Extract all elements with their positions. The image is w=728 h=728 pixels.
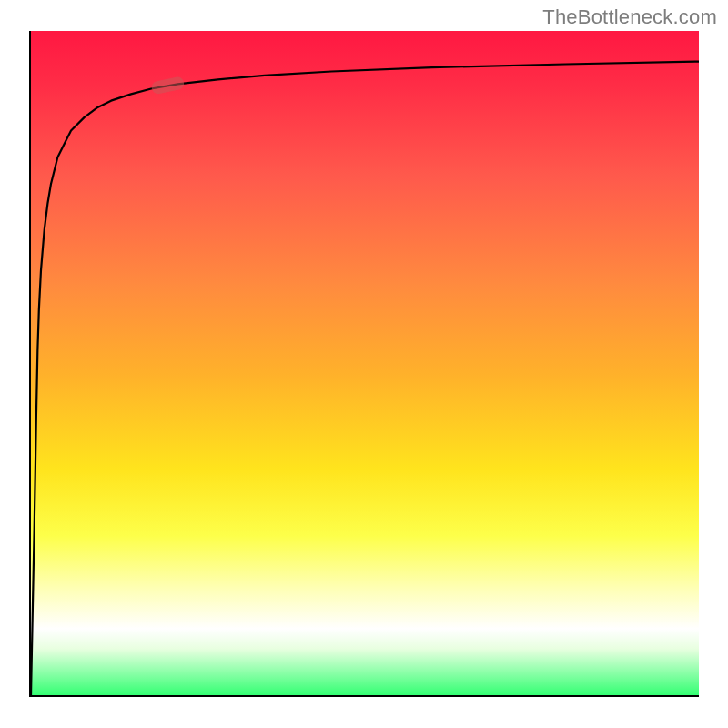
watermark-text: TheBottleneck.com bbox=[542, 5, 717, 29]
plot-area bbox=[29, 31, 699, 697]
heat-gradient bbox=[31, 31, 699, 695]
chart-stage: TheBottleneck.com bbox=[0, 0, 728, 728]
